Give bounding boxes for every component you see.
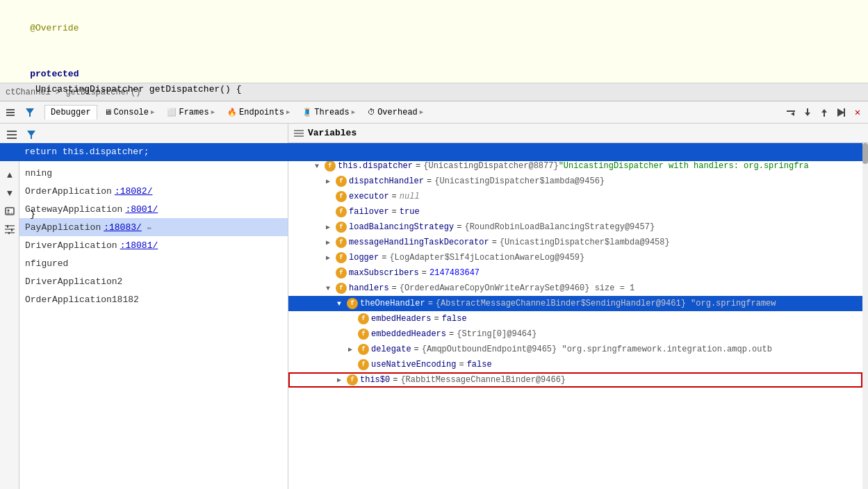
var-type-icon: f bbox=[358, 329, 369, 340]
var-type-icon: f bbox=[358, 313, 369, 324]
var-equals: = bbox=[492, 238, 497, 247]
item-port[interactable]: :18081/ bbox=[120, 240, 158, 251]
var-equals: = bbox=[422, 268, 427, 278]
var-equals: = bbox=[382, 253, 386, 263]
var-name: embedHeaders bbox=[371, 314, 431, 324]
var-type-icon: f bbox=[358, 344, 369, 355]
var-value: {AmqpOutboundEndpoint@9465} "org.springf… bbox=[422, 345, 772, 354]
var-name: messageHandlingTaskDecorator bbox=[349, 238, 489, 247]
highlighted-line: return this.dispatcher; bbox=[0, 143, 868, 161]
code-line-1: @Override bbox=[8, 6, 860, 51]
var-equals: = bbox=[414, 345, 419, 354]
annotation: @Override bbox=[30, 23, 79, 33]
var-item-embeddedheaders[interactable]: f embeddedHeaders = {String[0]@9464} bbox=[288, 326, 862, 342]
var-value: {String[0]@9464} bbox=[457, 329, 537, 339]
var-name: theOneHandler bbox=[360, 299, 425, 308]
var-item-delegate[interactable]: ▶ f delegate = {AmqpOutboundEndpoint@946… bbox=[288, 342, 862, 357]
toggle-expand[interactable]: ▶ bbox=[348, 345, 358, 354]
toggle-expand[interactable]: ▼ bbox=[326, 285, 336, 292]
list-item[interactable]: DriverApplication :18081/ bbox=[19, 236, 288, 254]
var-item-this0[interactable]: ▶ f this$0 = {RabbitMessageChannelBinder… bbox=[288, 372, 862, 388]
list-item[interactable]: DriverApplication2 bbox=[19, 272, 288, 290]
var-item-embedheaders[interactable]: f embedHeaders = false bbox=[288, 311, 862, 326]
var-type-icon: f bbox=[336, 283, 347, 294]
toggle-expand[interactable]: ▶ bbox=[326, 254, 336, 262]
toggle-expand[interactable]: ▶ bbox=[326, 238, 336, 247]
var-name: embeddedHeaders bbox=[371, 329, 446, 339]
code-line-3: return this.dispatcher; bbox=[8, 113, 860, 192]
var-type-icon: f bbox=[336, 252, 347, 263]
var-equals: = bbox=[428, 299, 433, 308]
var-name: logger bbox=[349, 253, 379, 263]
var-type-icon: f bbox=[358, 359, 369, 370]
var-value: {RabbitMessageChannelBinder@9466} bbox=[400, 375, 566, 385]
scrollbar[interactable] bbox=[862, 143, 868, 489]
var-item-handlers[interactable]: ▼ f handlers = {OrderedAwareCopyOnWriteA… bbox=[288, 281, 862, 296]
var-item-onehandler[interactable]: ▼ f theOneHandler = {AbstractMessageChan… bbox=[288, 296, 862, 311]
var-name: this$0 bbox=[360, 375, 390, 385]
list-item[interactable]: nfigured bbox=[19, 254, 288, 272]
var-name: useNativeEncoding bbox=[371, 360, 456, 370]
var-name: handlers bbox=[349, 283, 389, 293]
var-equals: = bbox=[449, 329, 454, 339]
var-item-usenativeencoding[interactable]: f useNativeEncoding = false bbox=[288, 357, 862, 372]
var-value: {AbstractMessageChannelBinder$SendingHan… bbox=[436, 299, 776, 308]
item-name: nfigured bbox=[25, 258, 68, 269]
var-equals: = bbox=[434, 314, 439, 324]
code-line-4: } bbox=[8, 192, 860, 238]
var-item-logger[interactable]: ▶ f logger = {LogAdapter$Slf4jLocationAw… bbox=[288, 250, 862, 265]
code-editor: @Override protected UnicastingDispatcher… bbox=[0, 0, 868, 83]
item-name: DriverApplication2 bbox=[25, 276, 122, 287]
var-value: 2147483647 bbox=[429, 268, 480, 278]
toggle-expand[interactable]: ▶ bbox=[337, 376, 347, 384]
var-equals: = bbox=[392, 283, 397, 293]
var-value: {UnicastingDispatcher$lambda@9458} bbox=[500, 238, 670, 247]
var-equals: = bbox=[393, 375, 398, 385]
var-value: false bbox=[442, 314, 467, 324]
var-item-maxsub[interactable]: f maxSubscribers = 2147483647 bbox=[288, 265, 862, 281]
var-type-icon: f bbox=[347, 298, 358, 309]
keyword-protected: protected bbox=[30, 69, 79, 79]
var-type-icon: f bbox=[347, 374, 358, 386]
var-name: maxSubscribers bbox=[349, 268, 419, 278]
var-type-icon: f bbox=[336, 237, 347, 248]
code-brace: } bbox=[30, 209, 35, 219]
var-equals: = bbox=[459, 360, 464, 370]
list-item[interactable]: OrderApplication18182 bbox=[19, 290, 288, 308]
var-value: {OrderedAwareCopyOnWriteArraySet@9460} s… bbox=[400, 283, 634, 293]
var-value: false bbox=[467, 360, 492, 370]
var-name: delegate bbox=[371, 345, 411, 354]
toggle-expand[interactable]: ▼ bbox=[337, 300, 347, 308]
var-type-icon: f bbox=[336, 267, 347, 279]
item-name: DriverApplication bbox=[25, 240, 117, 251]
var-value: {LogAdapter$Slf4jLocationAwareLog@9459} bbox=[389, 253, 584, 263]
item-name: OrderApplication18182 bbox=[25, 295, 139, 305]
code-line-2: protected UnicastingDispatcher getDispat… bbox=[8, 51, 860, 113]
code-text-2: UnicastingDispatcher getDispatcher() { bbox=[30, 84, 241, 94]
scrollbar-thumb[interactable] bbox=[862, 143, 868, 164]
